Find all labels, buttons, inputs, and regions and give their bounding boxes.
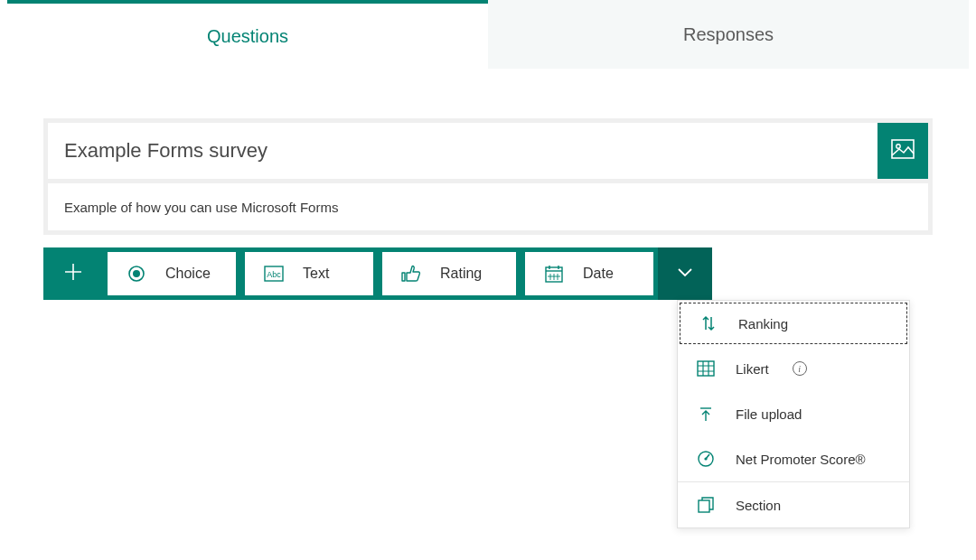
- ranking-label: Ranking: [738, 316, 788, 331]
- date-type-button[interactable]: Date: [525, 252, 653, 295]
- form-title-text: Example Forms survey: [64, 139, 267, 163]
- tab-responses-label: Responses: [683, 24, 774, 45]
- tabs: Questions Responses: [7, 0, 969, 69]
- more-types-menu: Ranking Likert i: [677, 300, 910, 528]
- main-area: Example Forms survey Example of how you …: [7, 69, 969, 300]
- tab-responses[interactable]: Responses: [488, 0, 969, 69]
- form-title-input[interactable]: Example Forms survey: [48, 123, 877, 179]
- menu-item-nps[interactable]: Net Promoter Score®: [678, 436, 909, 481]
- text-label: Text: [303, 266, 329, 282]
- section-icon: [696, 496, 716, 514]
- plus-icon: [62, 261, 84, 286]
- tab-questions[interactable]: Questions: [7, 0, 488, 69]
- svg-rect-10: [699, 500, 709, 512]
- choice-label: Choice: [165, 266, 211, 282]
- gauge-icon: [696, 450, 716, 468]
- thumbs-up-icon: [400, 265, 422, 283]
- menu-item-ranking[interactable]: Ranking: [680, 303, 907, 344]
- menu-item-file-upload[interactable]: File upload: [678, 391, 909, 436]
- insert-image-button[interactable]: [877, 123, 928, 179]
- ranking-icon: [699, 314, 718, 332]
- svg-point-3: [133, 270, 140, 277]
- add-question-button[interactable]: [43, 247, 103, 300]
- form-header: Example Forms survey Example of how you …: [43, 118, 933, 235]
- svg-rect-7: [698, 361, 714, 376]
- choice-type-button[interactable]: Choice: [108, 252, 236, 295]
- tab-questions-label: Questions: [207, 26, 288, 47]
- text-type-button[interactable]: Abc Text: [245, 252, 373, 295]
- add-question-toolbar: Choice Abc Text: [43, 247, 933, 300]
- likert-icon: [696, 360, 716, 377]
- rating-type-button[interactable]: Rating: [382, 252, 516, 295]
- nps-label: Net Promoter Score®: [736, 452, 866, 467]
- text-icon: Abc: [263, 266, 285, 282]
- menu-item-likert[interactable]: Likert i: [678, 346, 909, 391]
- menu-item-section[interactable]: Section: [678, 482, 909, 527]
- date-label: Date: [583, 266, 614, 282]
- image-icon: [891, 139, 915, 163]
- svg-point-9: [704, 457, 707, 460]
- section-label: Section: [736, 498, 781, 513]
- form-description-input[interactable]: Example of how you can use Microsoft For…: [48, 183, 928, 230]
- upload-icon: [696, 405, 716, 423]
- info-icon: i: [793, 361, 807, 376]
- rating-label: Rating: [440, 266, 482, 282]
- file-upload-label: File upload: [736, 406, 802, 422]
- chevron-down-icon: [676, 266, 694, 282]
- likert-label: Likert: [736, 361, 769, 377]
- form-description-text: Example of how you can use Microsoft For…: [64, 200, 338, 215]
- svg-text:Abc: Abc: [267, 270, 281, 279]
- svg-point-1: [896, 145, 900, 148]
- radio-icon: [126, 265, 147, 283]
- calendar-icon: [543, 264, 565, 284]
- more-types-button[interactable]: [658, 247, 712, 300]
